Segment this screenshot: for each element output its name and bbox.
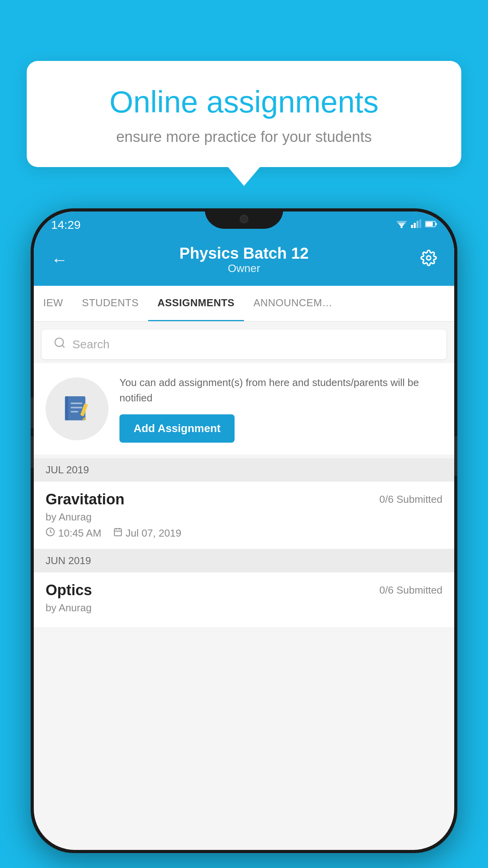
meta-time: 10:45 AM bbox=[46, 527, 101, 539]
calendar-icon bbox=[113, 527, 123, 539]
phone-screen: 14:29 bbox=[34, 211, 454, 850]
svg-point-3 bbox=[401, 226, 403, 228]
battery-icon bbox=[425, 220, 437, 230]
signal-icon bbox=[411, 219, 421, 230]
assignment-item-top: Gravitation 0/6 Submitted bbox=[46, 491, 442, 508]
search-placeholder: Search bbox=[72, 338, 110, 351]
wifi-icon bbox=[396, 219, 407, 230]
add-assignment-card: You can add assignment(s) from here and … bbox=[34, 363, 454, 454]
notebook-icon bbox=[61, 393, 93, 425]
svg-point-12 bbox=[55, 338, 63, 346]
power-button bbox=[454, 436, 457, 476]
assignment-submitted-optics: 0/6 Submitted bbox=[380, 584, 442, 596]
header-title: Physics Batch 12 bbox=[75, 245, 413, 262]
header-subtitle: Owner bbox=[75, 262, 413, 275]
assignment-time: 10:45 AM bbox=[58, 527, 101, 539]
assignment-icon-circle bbox=[46, 377, 108, 440]
clock-icon bbox=[46, 527, 55, 539]
add-assignment-description: You can add assignment(s) from here and … bbox=[119, 375, 442, 406]
svg-rect-5 bbox=[414, 223, 416, 228]
assignment-submitted: 0/6 Submitted bbox=[380, 493, 442, 506]
back-button[interactable]: ← bbox=[51, 250, 75, 269]
svg-point-11 bbox=[427, 256, 431, 260]
month-header-jun: JUN 2019 bbox=[34, 549, 454, 572]
search-icon bbox=[53, 337, 66, 352]
tooltip-subtitle: ensure more practice for your students bbox=[54, 129, 434, 145]
svg-rect-15 bbox=[65, 396, 68, 420]
status-icons bbox=[396, 219, 437, 230]
tab-assignments[interactable]: ASSIGNMENTS bbox=[148, 286, 244, 321]
tooltip-card: Online assignments ensure more practice … bbox=[27, 61, 461, 167]
assignment-item-gravitation[interactable]: Gravitation 0/6 Submitted by Anurag 10:4… bbox=[34, 482, 454, 549]
add-assignment-button[interactable]: Add Assignment bbox=[119, 414, 235, 443]
tab-announcements[interactable]: ANNOUNCEM… bbox=[244, 286, 342, 321]
assignment-item-optics[interactable]: Optics 0/6 Submitted by Anurag bbox=[34, 572, 454, 628]
tab-students[interactable]: STUDENTS bbox=[73, 286, 148, 321]
svg-rect-4 bbox=[411, 225, 413, 228]
tooltip-title: Online assignments bbox=[54, 85, 434, 120]
svg-rect-7 bbox=[419, 219, 421, 228]
assignment-item-top-optics: Optics 0/6 Submitted bbox=[46, 582, 442, 599]
volume-up-button bbox=[31, 397, 34, 428]
app-header: ← Physics Batch 12 Owner bbox=[34, 238, 454, 286]
status-time: 14:29 bbox=[51, 218, 81, 232]
add-assignment-text-wrap: You can add assignment(s) from here and … bbox=[119, 375, 442, 443]
search-container[interactable]: Search bbox=[42, 329, 446, 359]
meta-date: Jul 07, 2019 bbox=[113, 527, 182, 539]
phone-frame: 14:29 bbox=[31, 208, 457, 853]
tab-iew[interactable]: IEW bbox=[34, 286, 73, 321]
svg-rect-23 bbox=[114, 529, 121, 536]
tabs-bar: IEW STUDENTS ASSIGNMENTS ANNOUNCEM… bbox=[34, 286, 454, 322]
header-title-wrap: Physics Batch 12 Owner bbox=[75, 245, 413, 275]
volume-down-button bbox=[31, 436, 34, 468]
svg-rect-14 bbox=[66, 396, 85, 420]
assignment-by-optics: by Anurag bbox=[46, 602, 442, 614]
camera-dot bbox=[240, 215, 248, 223]
svg-rect-16 bbox=[71, 403, 82, 404]
svg-line-13 bbox=[62, 345, 64, 348]
assignment-meta: 10:45 AM Jul 07, 2019 bbox=[46, 527, 442, 539]
assignment-date: Jul 07, 2019 bbox=[126, 527, 182, 539]
svg-rect-9 bbox=[436, 223, 437, 225]
assignment-name-optics: Optics bbox=[46, 582, 92, 599]
assignment-name: Gravitation bbox=[46, 491, 125, 508]
settings-button[interactable] bbox=[413, 250, 437, 270]
svg-rect-10 bbox=[426, 222, 433, 226]
svg-rect-17 bbox=[71, 407, 82, 408]
svg-rect-6 bbox=[416, 221, 418, 228]
assignment-by: by Anurag bbox=[46, 511, 442, 523]
month-header-jul: JUL 2019 bbox=[34, 458, 454, 482]
phone-notch bbox=[205, 208, 283, 229]
svg-rect-18 bbox=[71, 411, 78, 412]
